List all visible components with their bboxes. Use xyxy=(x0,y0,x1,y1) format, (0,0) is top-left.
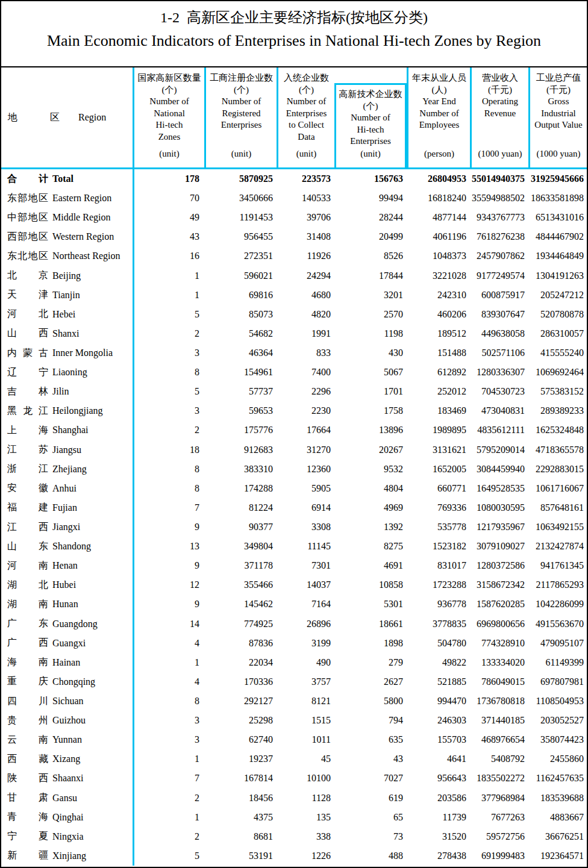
region-name-en: Jilin xyxy=(52,386,69,397)
value-cell: 7 xyxy=(134,502,204,513)
header-zh: 入统企业数 xyxy=(284,72,329,84)
value-cell: 2 xyxy=(134,425,204,436)
value-cell: 1280336307 xyxy=(470,367,528,378)
region-name-zh-char: 西 xyxy=(7,753,17,766)
value-cell: 90377 xyxy=(204,522,277,532)
table-row: 中部地区Middle Region49119145339706282444877… xyxy=(1,208,587,227)
value-cell: 7164 xyxy=(277,599,334,610)
value-cell: 1061716067 xyxy=(528,483,587,494)
value-cell: 430 xyxy=(334,348,407,358)
region-name-zh: 中部地区 xyxy=(7,211,48,224)
region-name-cell: 山东Shandong xyxy=(1,537,134,556)
value-cell: 174288 xyxy=(204,483,277,494)
region-name-zh-char: 西 xyxy=(39,327,48,340)
value-cell: 3158672342 xyxy=(470,579,528,590)
region-name-zh: 湖北 xyxy=(7,579,48,592)
table-row: 青海Qinghai14375135651173976772634883667 xyxy=(1,808,587,827)
region-name-en: Guangdong xyxy=(52,619,98,629)
value-cell: 31270 xyxy=(277,445,334,455)
value-cell: 28244 xyxy=(334,212,407,223)
value-cell: 3757 xyxy=(277,676,334,687)
value-cell: 8 xyxy=(134,696,204,707)
value-cell: 31408 xyxy=(277,231,334,242)
table-row: 东部地区Eastern Region7034506661405339949416… xyxy=(1,189,587,208)
value-cell: 43 xyxy=(134,231,204,242)
value-cell: 99494 xyxy=(334,193,407,204)
table-body: 合计Total178587092522357315676326804953550… xyxy=(1,169,587,866)
value-cell: 2117865293 xyxy=(528,579,587,590)
value-cell: 1 xyxy=(134,812,204,823)
value-cell: 43 xyxy=(334,754,407,764)
region-name-cell: 西部地区Western Region xyxy=(1,227,134,246)
region-name-zh-char: 区 xyxy=(39,250,48,263)
value-cell: 1587620285 xyxy=(470,599,528,610)
table-row: 东北地区Northeast Region16272351119268526104… xyxy=(1,246,587,266)
region-name-zh: 安徽 xyxy=(7,482,48,495)
region-name-zh-char: 宁 xyxy=(39,366,48,379)
region-name-zh: 湖南 xyxy=(7,598,48,611)
region-name-zh-char: 海 xyxy=(39,424,48,437)
value-cell: 371440185 xyxy=(470,715,528,726)
value-cell: 20499 xyxy=(334,231,407,242)
region-name-zh-char: 部 xyxy=(17,211,27,224)
region-name-zh-char: 地 xyxy=(28,250,38,263)
value-cell: 9 xyxy=(134,599,204,610)
value-cell: 35594988502 xyxy=(470,193,528,204)
region-name-zh-char: 辽 xyxy=(7,366,17,379)
region-name-zh: 陕西 xyxy=(7,772,48,785)
statistical-table-page: 1-2 高新区企业主要经济指标(按地区分类) Main Economic Ind… xyxy=(0,0,588,868)
value-cell: 377968984 xyxy=(470,793,528,804)
region-name-cell: 山西Shanxi xyxy=(1,324,134,343)
value-cell: 912683 xyxy=(204,445,277,455)
value-cell: 69816 xyxy=(204,290,277,301)
value-cell: 167814 xyxy=(204,773,277,784)
value-cell: 4718365578 xyxy=(528,445,587,455)
header-unit-zh: (个) xyxy=(234,84,249,96)
value-cell: 272351 xyxy=(204,251,277,261)
value-cell: 25298 xyxy=(204,715,277,726)
value-cell: 1191453 xyxy=(204,212,277,223)
value-cell: 45 xyxy=(277,754,334,764)
value-cell: 3450666 xyxy=(204,193,277,204)
region-name-zh: 甘肃 xyxy=(7,792,48,804)
region-name-zh-char: 北 xyxy=(7,269,17,282)
value-cell: 4680 xyxy=(277,290,334,301)
value-cell: 9532 xyxy=(334,464,407,475)
value-cell: 504780 xyxy=(407,638,470,649)
table-row: 陕西Shaanxi7167814101007027956643183550227… xyxy=(1,769,587,788)
region-name-cell: 中部地区Middle Region xyxy=(1,208,134,227)
value-cell: 81224 xyxy=(204,502,277,513)
value-cell: 1108504953 xyxy=(528,696,587,707)
value-cell: 1392 xyxy=(334,522,407,532)
region-name-zh-char: 福 xyxy=(7,501,17,514)
value-cell: 2296 xyxy=(277,386,334,397)
region-name-zh-char: 古 xyxy=(39,347,48,360)
value-cell: 292127 xyxy=(204,696,277,707)
region-name-zh: 河南 xyxy=(7,560,48,572)
region-name-zh-char: 南 xyxy=(39,734,48,746)
region-name-cell: 陕西Shaanxi xyxy=(1,769,134,788)
value-cell: 371178 xyxy=(204,560,277,571)
value-cell: 1991 xyxy=(277,328,334,339)
value-cell: 17664 xyxy=(277,425,334,436)
value-cell: 278438 xyxy=(407,851,470,861)
region-name-zh: 山西 xyxy=(7,327,48,340)
value-cell: 4969 xyxy=(334,502,407,513)
region-name-zh-char: 地 xyxy=(28,192,38,205)
value-cell: 1835502272 xyxy=(470,773,528,784)
value-cell: 59653 xyxy=(204,405,277,416)
value-cell: 3308 xyxy=(277,522,334,532)
column-header-national-hitech-zones: 国家高新区数量 (个) Number of National Hi-tech Z… xyxy=(134,67,204,167)
table-header: 地区 Region 国家高新区数量 (个) Number of National… xyxy=(1,67,587,169)
region-name-zh-char: 新 xyxy=(7,849,17,862)
value-cell: 252012 xyxy=(407,386,470,397)
region-name-zh-char: 内 xyxy=(7,347,17,360)
region-name-zh-char: 四 xyxy=(7,695,17,708)
region-name-en: Tianjin xyxy=(52,290,80,301)
region-name-en: Eastern Region xyxy=(52,193,111,204)
header-unit-zh: (千元) xyxy=(488,84,512,96)
region-name-cell: 内蒙古Inner Mongolia xyxy=(1,343,134,363)
table-row: 内蒙古Inner Mongolia34636483343015148850257… xyxy=(1,343,587,363)
region-name-cell: 合计Total xyxy=(1,169,134,189)
region-name-zh-char: 南 xyxy=(39,560,48,572)
